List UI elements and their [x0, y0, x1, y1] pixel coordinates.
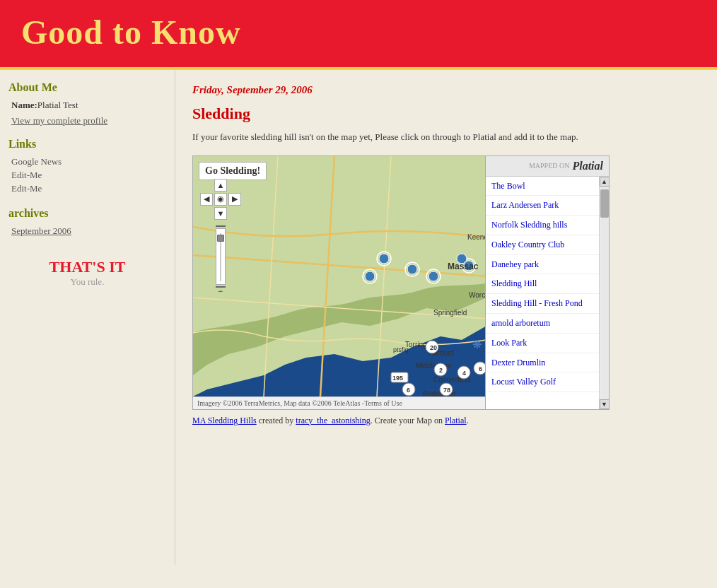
thats-it-text: THAT'S IT	[8, 258, 166, 276]
svg-text:Massac: Massac	[448, 261, 479, 271]
map-sidebar-header: MAPPED ON Platial	[486, 156, 609, 177]
about-me-title: About Me	[8, 81, 166, 94]
map-nav-left-btn[interactable]: ◀	[200, 193, 213, 206]
location-item-0[interactable]: The Bowl	[486, 177, 599, 196]
archives-title: archives	[8, 207, 166, 220]
post-date: Friday, September 29, 2006	[192, 84, 700, 96]
map-controls: ▲ ◀ ◉ ▶ ▼ + −	[200, 179, 241, 288]
location-item-1[interactable]: Larz Andersen Park	[486, 196, 599, 216]
map-zoom-down-btn[interactable]: ▼	[214, 207, 227, 220]
svg-text:2: 2	[439, 367, 443, 374]
you-rule-text: You rule.	[71, 276, 105, 287]
svg-text:6: 6	[479, 365, 482, 372]
post-description: If your favorite sledding hill isn't on …	[192, 130, 673, 144]
map-nav-right-btn[interactable]: ▶	[228, 193, 241, 206]
map-image[interactable]: Go Sledding!	[193, 156, 486, 396]
links-section: Links Google News Edit-Me Edit-Me	[8, 138, 166, 194]
map-center-btn[interactable]: ◉	[214, 193, 227, 206]
location-item-10[interactable]: Locust Valley Golf	[486, 372, 599, 392]
archives-section: archives September 2006	[8, 207, 166, 237]
name-value: Platial Test	[37, 100, 78, 110]
svg-text:20: 20	[430, 344, 437, 351]
svg-point-12	[429, 271, 438, 281]
map-sidebar: MAPPED ON Platial The Bowl Larz Andersen…	[486, 155, 610, 410]
map-nav-row: ◀ ◉ ▶	[200, 193, 241, 206]
name-label: Name:	[11, 100, 37, 110]
location-item-7[interactable]: arnold arboretum	[486, 314, 599, 334]
svg-text:ptsfig: ptsfig	[393, 346, 409, 353]
location-item-5[interactable]: Sledding Hill	[486, 274, 599, 294]
archive-sep-2006[interactable]: September 2006	[8, 225, 166, 237]
svg-text:Worcester: Worcester	[469, 291, 486, 299]
view-profile-link[interactable]: View my complete profile	[8, 115, 166, 127]
platial-logo: Platial	[572, 160, 603, 172]
map-container: Go Sledding!	[192, 155, 700, 410]
svg-text:78: 78	[443, 387, 450, 394]
mapped-on-label: MAPPED ON	[529, 162, 570, 170]
scroll-down-btn[interactable]: ▼	[600, 399, 610, 409]
location-item-6[interactable]: Sledding Hill - Fresh Pond	[486, 294, 599, 314]
svg-point-14	[379, 254, 389, 264]
location-item-2[interactable]: Norfolk Sledding hills	[486, 216, 599, 235]
page-layout: About Me Name:Platial Test View my compl…	[0, 70, 717, 565]
name-line: Name:Platial Test	[8, 100, 166, 111]
map-go-sledding-label: Go Sledding!	[199, 162, 267, 180]
scroll-up-btn[interactable]: ▲	[600, 177, 610, 187]
map-caption: MA Sledding Hills created by tracy_the_a…	[192, 416, 617, 426]
platial-link[interactable]: Platial	[445, 416, 467, 425]
scroll-thumb[interactable]	[600, 189, 609, 218]
svg-point-18	[365, 271, 375, 281]
ma-sledding-hills-link[interactable]: MA Sledding Hills	[192, 416, 257, 425]
location-item-8[interactable]: Look Park	[486, 334, 599, 353]
links-title: Links	[8, 138, 166, 151]
svg-text:195: 195	[392, 375, 403, 382]
map-sidebar-scroll-area: The Bowl Larz Andersen Park Norfolk Sled…	[486, 177, 609, 409]
map-frame: Go Sledding!	[192, 155, 486, 410]
site-header: Good to Know	[0, 0, 717, 70]
map-location-list: The Bowl Larz Andersen Park Norfolk Sled…	[486, 177, 599, 409]
location-item-9[interactable]: Dexter Drumlin	[486, 353, 599, 373]
main-content: Friday, September 29, 2006 Sledding If y…	[175, 70, 717, 565]
map-list-scrollbar: ▲ ▼	[599, 177, 609, 409]
sidebar: About Me Name:Platial Test View my compl…	[0, 70, 175, 565]
svg-point-16	[407, 264, 417, 274]
map-zoom-slider[interactable]	[216, 228, 226, 285]
svg-text:6: 6	[407, 387, 410, 394]
link-edit-me-1[interactable]: Edit-Me	[8, 170, 166, 181]
link-edit-me-2[interactable]: Edit-Me	[8, 183, 166, 194]
svg-text:Keene: Keene	[467, 233, 486, 241]
svg-text:Springfield: Springfield	[433, 309, 467, 317]
map-copyright: Imagery ©2006 TerraMetrics, Map data ©20…	[193, 396, 485, 409]
post-title: Sledding	[192, 105, 700, 123]
location-item-4[interactable]: Danehey park	[486, 255, 599, 275]
site-title: Good to Know	[21, 13, 696, 52]
svg-text:❋: ❋	[472, 339, 482, 351]
svg-text:4: 4	[462, 370, 466, 377]
link-google-news[interactable]: Google News	[8, 156, 166, 167]
author-link[interactable]: tracy_the_astonishing	[296, 416, 370, 425]
location-item-3[interactable]: Oakley Country Club	[486, 235, 599, 255]
map-zoom-up-btn[interactable]: ▲	[214, 179, 227, 192]
thats-it-block: THAT'S IT You rule.	[8, 258, 166, 288]
scroll-track	[600, 187, 609, 399]
